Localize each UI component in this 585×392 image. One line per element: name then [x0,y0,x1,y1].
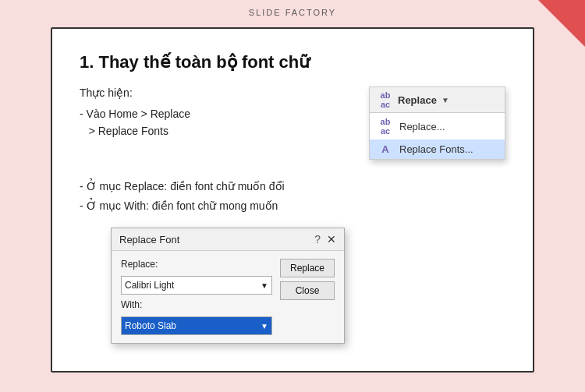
dropdown-item-replace-fonts[interactable]: A Replace Fonts... [370,139,505,159]
dialog-buttons: Replace Close [280,259,335,335]
step1-text: - Vào Home > Replace > Replace Fonts [80,105,353,140]
slide-title: 1. Thay thế toàn bộ font chữ [80,52,505,72]
dialog-title-controls: ? ✕ [314,233,336,245]
content-area: Thực hiện: - Vào Home > Replace > Replac… [80,87,505,160]
dropdown-header[interactable]: abac Replace ▼ [370,87,505,113]
dropdown-item-replace[interactable]: abac Replace... [370,113,505,139]
dropdown-arrow-icon: ▼ [441,96,449,104]
dropdown-item2-label: Replace Fonts... [399,143,473,155]
with-label: With: [121,299,272,310]
dialog-body: Replace: Calibri Light ▼ With: Roboto Sl… [112,251,344,343]
with-dropdown[interactable]: Roboto Slab ▼ [121,316,272,335]
instruction-label: Thực hiện: [80,87,353,99]
top-bar: SLIDE FACTORY [0,0,585,23]
lower-section: - Ở mục Replace: điền font chữ muốn đổi … [80,177,505,344]
replace-value: Calibri Light [125,280,174,291]
replace-item-icon: abac [378,117,393,136]
close-button[interactable]: Close [280,281,335,300]
replace-label: Replace: [121,259,272,270]
dialog-title-text: Replace Font [119,234,179,245]
replace-fonts-icon: A [378,143,393,155]
lower-text: - Ở mục Replace: điền font chữ muốn đổi … [80,177,505,216]
dialog-fields: Replace: Calibri Light ▼ With: Roboto Sl… [121,259,272,335]
replace-button[interactable]: Replace [280,259,335,277]
with-value: Roboto Slab [125,320,176,331]
slide-container: 1. Thay thế toàn bộ font chữ Thực hiện: … [51,27,534,373]
dropdown-header-label: Replace [398,94,437,106]
step3-text: - Ở mục With: điền font chữ mong muốn [80,200,278,212]
replace-dropdown[interactable]: Calibri Light ▼ [121,276,272,295]
replace-icon: abac [378,90,393,109]
dialog-close-icon[interactable]: ✕ [327,233,336,245]
dropdown-menu: abac Replace ▼ abac Replace... A Replace… [369,87,505,160]
dialog-title-bar: Replace Font ? ✕ [112,228,344,251]
dropdown-item1-label: Replace... [399,121,445,132]
step2-text: - Ở mục Replace: điền font chữ muốn đổi [80,180,285,192]
corner-accent [538,0,585,47]
dialog-help-icon[interactable]: ? [314,233,321,245]
replace-dropdown-arrow: ▼ [261,281,268,290]
replace-font-dialog: Replace Font ? ✕ Replace: Calibri Light … [111,228,345,344]
left-text-block: Thực hiện: - Vào Home > Replace > Replac… [80,87,353,140]
with-dropdown-arrow: ▼ [261,322,268,330]
